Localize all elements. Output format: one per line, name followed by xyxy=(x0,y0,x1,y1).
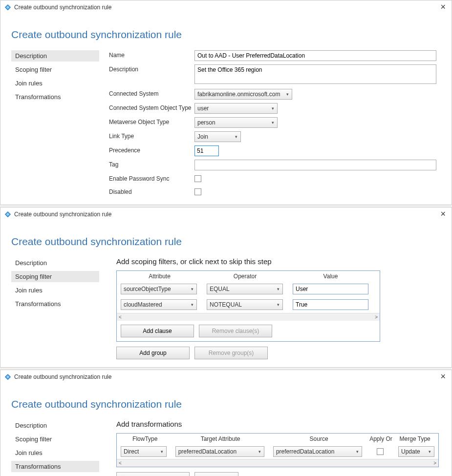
nav-join-rules[interactable]: Join rules xyxy=(11,447,99,458)
close-icon[interactable]: × xyxy=(437,208,449,219)
tag-input[interactable] xyxy=(194,160,436,170)
window-title: Create outbound synchronization rule xyxy=(14,211,111,218)
attribute-select[interactable]: cloudMastered▾ xyxy=(121,299,197,310)
col-merge: Merge Type xyxy=(395,435,434,442)
page-title: Create outbound synchronization rule xyxy=(11,29,452,41)
titlebar: Create outbound synchronization rule × xyxy=(0,0,452,14)
chevron-down-icon: ▾ xyxy=(286,92,289,97)
cs-object-type-value: user xyxy=(197,105,209,112)
disabled-checkbox[interactable] xyxy=(194,188,201,195)
link-type-value: Join xyxy=(197,133,208,140)
value-input[interactable] xyxy=(293,284,368,294)
col-operator: Operator xyxy=(202,273,288,280)
flowtype-select[interactable]: Direct▾ xyxy=(121,446,167,457)
mv-object-type-value: person xyxy=(197,119,215,126)
col-value: Value xyxy=(288,273,373,280)
name-input[interactable] xyxy=(194,50,436,61)
window-title: Create outbound synchronization rule xyxy=(14,4,111,11)
nav-transformations[interactable]: Transformations xyxy=(11,91,99,103)
label-disabled: Disabled xyxy=(109,187,194,195)
panel-scoping: Create outbound synchronization rule × C… xyxy=(0,207,452,368)
enable-pw-sync-checkbox[interactable] xyxy=(194,175,201,182)
chevron-down-icon: ▾ xyxy=(277,302,280,307)
flowtype-value: Direct xyxy=(124,448,139,455)
nav-scoping-filter[interactable]: Scoping filter xyxy=(11,64,99,75)
close-icon[interactable]: × xyxy=(437,1,449,12)
panel-description: Create outbound synchronization rule × C… xyxy=(0,0,452,205)
nav-join-rules[interactable]: Join rules xyxy=(11,78,99,89)
apply-once-checkbox[interactable] xyxy=(377,448,384,455)
scoping-table: Attribute Operator Value sourceObjectTyp… xyxy=(116,270,380,342)
attribute-value: sourceObjectType xyxy=(124,286,171,292)
scoping-row: sourceObjectType▾ EQUAL▾ xyxy=(117,283,380,295)
add-group-button[interactable]: Add group xyxy=(116,347,190,359)
chevron-down-icon: ▾ xyxy=(272,120,274,125)
chevron-down-icon: ▾ xyxy=(272,106,274,111)
panel-transformations: Create outbound synchronization rule × C… xyxy=(0,370,452,476)
scoping-row: cloudMastered▾ NOTEQUAL▾ xyxy=(117,298,380,311)
merge-value: Update xyxy=(401,448,420,455)
transformations-table: FlowType Target Attribute Source Apply O… xyxy=(116,433,439,467)
transformation-row: Direct▾ preferredDataLocation▾ preferred… xyxy=(117,445,438,459)
cs-object-type-select[interactable]: user ▾ xyxy=(194,103,278,114)
horizontal-scrollbar[interactable]: <> xyxy=(117,313,380,321)
scroll-left-icon: < xyxy=(119,314,122,320)
page-title: Create outbound synchronization rule xyxy=(11,236,452,248)
nav-transformations[interactable]: Transformations xyxy=(11,298,99,310)
operator-select[interactable]: NOTEQUAL▾ xyxy=(207,299,283,310)
nav-description[interactable]: Description xyxy=(11,257,99,269)
titlebar: Create outbound synchronization rule × xyxy=(0,207,452,221)
app-logo-icon xyxy=(4,373,11,380)
col-source: Source xyxy=(272,435,366,442)
remove-transformation-button[interactable]: Remove xyxy=(194,472,238,476)
operator-select[interactable]: EQUAL▾ xyxy=(207,284,283,294)
label-tag: Tag xyxy=(109,160,194,168)
nav-transformations[interactable]: Transformations xyxy=(11,461,99,472)
nav-description[interactable]: Description xyxy=(11,50,99,62)
chevron-down-icon: ▾ xyxy=(258,449,261,454)
link-type-select[interactable]: Join ▾ xyxy=(194,131,241,142)
horizontal-scrollbar[interactable]: <> xyxy=(117,459,438,467)
label-enable-pw-sync: Enable Password Sync xyxy=(109,174,194,182)
nav-scoping-filter[interactable]: Scoping filter xyxy=(11,434,99,445)
connected-system-value: fabrikamonline.onmicrosoft.com xyxy=(197,91,280,98)
chevron-down-icon: ▾ xyxy=(429,449,431,454)
close-icon[interactable]: × xyxy=(437,371,449,382)
label-precedence: Precedence xyxy=(109,145,194,154)
label-connected-system: Connected System xyxy=(109,89,194,97)
label-cs-object-type: Connected System Object Type xyxy=(109,103,194,111)
transformations-content: Add transformations FlowType Target Attr… xyxy=(99,420,441,476)
nav-description[interactable]: Description xyxy=(11,420,99,431)
chevron-down-icon: ▾ xyxy=(191,302,194,307)
remove-group-button[interactable]: Remove group(s) xyxy=(194,347,268,359)
source-select[interactable]: preferredDataLocation▾ xyxy=(273,446,362,457)
chevron-down-icon: ▾ xyxy=(161,449,163,454)
label-description: Description xyxy=(109,64,194,73)
titlebar: Create outbound synchronization rule × xyxy=(0,370,452,384)
nav-join-rules[interactable]: Join rules xyxy=(11,285,99,296)
add-transformation-button[interactable]: Add transformation xyxy=(116,472,190,476)
add-clause-button[interactable]: Add clause xyxy=(121,325,194,337)
precedence-input[interactable] xyxy=(194,145,219,156)
target-attribute-select[interactable]: preferredDataLocation▾ xyxy=(175,446,264,457)
chevron-down-icon: ▾ xyxy=(277,287,280,291)
chevron-down-icon: ▾ xyxy=(235,134,237,139)
window-title: Create outbound synchronization rule xyxy=(14,373,111,380)
scroll-right-icon: > xyxy=(375,314,378,320)
connected-system-select[interactable]: fabrikamonline.onmicrosoft.com ▾ xyxy=(194,89,292,100)
mv-object-type-select[interactable]: person ▾ xyxy=(194,117,278,128)
merge-type-select[interactable]: Update▾ xyxy=(398,446,434,457)
scoping-heading: Add scoping filters, or click next to sk… xyxy=(116,257,441,266)
nav-scoping-filter[interactable]: Scoping filter xyxy=(11,271,99,282)
transformations-heading: Add transformations xyxy=(116,420,441,428)
value-input[interactable] xyxy=(293,299,368,310)
remove-clause-button[interactable]: Remove clause(s) xyxy=(199,325,272,337)
description-input[interactable]: Set the Office 365 region xyxy=(194,64,436,84)
col-target: Target Attribute xyxy=(170,435,272,442)
operator-value: EQUAL xyxy=(210,286,230,292)
col-flowtype: FlowType xyxy=(121,435,170,442)
source-value: preferredDataLocation xyxy=(276,448,334,455)
label-link-type: Link Type xyxy=(109,131,194,140)
operator-value: NOTEQUAL xyxy=(210,301,242,308)
attribute-select[interactable]: sourceObjectType▾ xyxy=(121,284,197,294)
